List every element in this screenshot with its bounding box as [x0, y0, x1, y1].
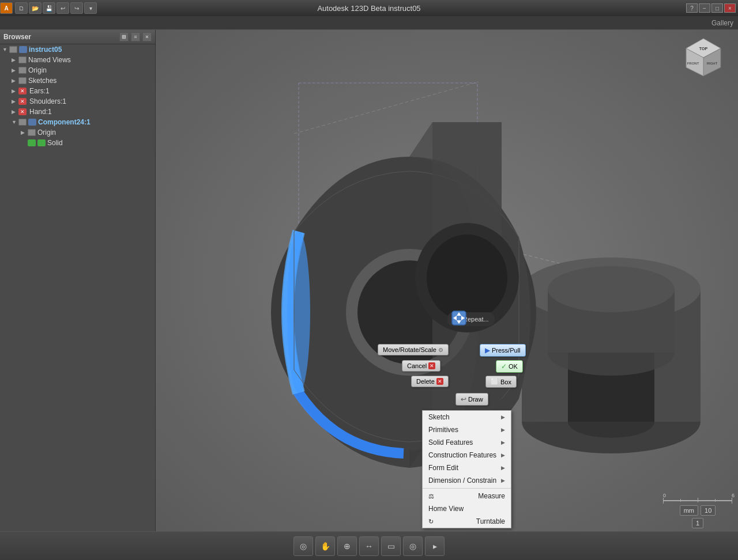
- undo-btn[interactable]: ↩: [57, 2, 69, 14]
- move-handle[interactable]: [451, 310, 465, 324]
- box-label: Box: [500, 379, 511, 385]
- tree-label-named-views: Named Views: [28, 56, 71, 64]
- tree-item-origin1[interactable]: ▶ Origin: [0, 65, 155, 75]
- maximize-btn[interactable]: □: [711, 3, 723, 13]
- save-btn[interactable]: 💾: [43, 2, 55, 14]
- arrow-sketches: ▶: [12, 78, 18, 84]
- tree-item-component24[interactable]: ▼ Component24:1: [0, 117, 155, 127]
- ctx-sketch-label: Sketch: [428, 413, 450, 421]
- delete-label: Delete: [416, 378, 435, 385]
- tree-label-solid: Solid: [47, 139, 63, 147]
- tree-item-shoulders[interactable]: ▶ ✕ Shoulders:1: [0, 96, 155, 107]
- error-icon-shoulders: ✕: [18, 98, 27, 105]
- tree-label-origin2: Origin: [37, 128, 56, 137]
- cube-gizmo[interactable]: TOP RIGHT FRONT: [680, 36, 726, 82]
- green-icon-solid2: [37, 139, 46, 146]
- app-menu-btn[interactable]: A: [0, 2, 13, 14]
- cancel-btn[interactable]: Cancel ✕: [402, 360, 440, 372]
- tree-item-hand[interactable]: ▶ ✕ Hand:1: [0, 107, 155, 117]
- scale-box[interactable]: 10: [701, 505, 716, 516]
- unit-box[interactable]: mm: [680, 505, 698, 516]
- tree-label-shoulders: Shoulders:1: [29, 97, 66, 105]
- help-icon[interactable]: ?: [686, 3, 698, 13]
- open-btn[interactable]: 📂: [29, 2, 42, 14]
- browser-header: Browser ⊞ ≡ ×: [0, 30, 155, 44]
- tree-item-ears[interactable]: ▶ ✕ Ears:1: [0, 86, 155, 96]
- arrow-component24: ▼: [12, 119, 18, 125]
- ctx-dimension-label: Dimension / Constrain: [428, 476, 496, 485]
- ctx-construction-features[interactable]: Construction Features: [423, 449, 511, 461]
- tree-item-solid[interactable]: Solid: [0, 138, 155, 148]
- move-rotate-scale-btn[interactable]: Move/Rotate/Scale ⚙: [378, 344, 449, 355]
- svg-point-26: [287, 232, 310, 393]
- bb-play-btn[interactable]: ▸: [425, 536, 445, 556]
- ctx-form-edit-label: Form Edit: [428, 464, 458, 472]
- tree-item-origin2[interactable]: ▶ Origin: [0, 127, 155, 138]
- ctx-solid-features[interactable]: Solid Features: [423, 436, 511, 449]
- arrow-instruct05: ▼: [2, 47, 9, 52]
- ctx-turntable-label: Turntable: [476, 517, 505, 525]
- context-menu: Sketch Primitives Solid Features Constru…: [422, 410, 511, 528]
- new-btn[interactable]: 🗋: [15, 2, 28, 14]
- tree-item-sketches[interactable]: ▶ Sketches: [0, 75, 155, 86]
- ok-btn[interactable]: ✓ OK: [496, 360, 523, 373]
- arrow-origin2: ▶: [21, 130, 28, 135]
- titlebar: A 🗋 📂 💾 ↩ ↪ ▾ Autodesk 123D Beta instruc…: [0, 0, 738, 16]
- close-btn[interactable]: ×: [724, 3, 736, 13]
- bb-view-btn[interactable]: ◎: [403, 536, 423, 556]
- bb-zoom-btn[interactable]: ⊕: [337, 536, 357, 556]
- error-icon-ears: ✕: [18, 88, 27, 94]
- bottom-toolbar: ◎ ✋ ⊕ ↔ ▭ ◎ ▸: [0, 531, 738, 560]
- ctx-home-view[interactable]: Home View: [423, 502, 511, 515]
- draw-btn[interactable]: ↩ Draw: [455, 393, 488, 406]
- ctx-sep-1: [423, 488, 511, 489]
- svg-text:FRONT: FRONT: [687, 62, 699, 65]
- folder-icon-component24: [18, 119, 27, 126]
- folder-icon-origin2: [28, 129, 36, 136]
- ctx-primitives[interactable]: Primitives: [423, 423, 511, 436]
- ctx-primitives-label: Primitives: [428, 426, 458, 434]
- folder-icon-origin1: [18, 67, 27, 74]
- viewport[interactable]: TOP RIGHT FRONT ⚙ Repeat... Move/Rotate/…: [156, 30, 738, 531]
- browser-icon-2[interactable]: ≡: [131, 32, 140, 41]
- scale-value: 1: [692, 518, 703, 528]
- draw-label: Draw: [468, 396, 483, 403]
- redo-btn[interactable]: ↪: [70, 2, 83, 14]
- press-pull-btn[interactable]: ▶ Press/Pull: [480, 344, 526, 357]
- browser-icon-1[interactable]: ⊞: [119, 32, 129, 41]
- arrow-ears: ▶: [12, 88, 18, 94]
- bb-target-btn[interactable]: ◎: [293, 536, 313, 556]
- ctx-sketch[interactable]: Sketch: [423, 411, 511, 423]
- delete-icon: ✕: [436, 378, 443, 385]
- bb-rect-btn[interactable]: ▭: [381, 536, 401, 556]
- tree-label-hand: Hand:1: [29, 108, 52, 116]
- component-icon-instruct05: [19, 46, 27, 53]
- browser-panel: Browser ⊞ ≡ × ▼ instruct05 ▶ Named Views…: [0, 30, 156, 531]
- ctx-form-edit[interactable]: Form Edit: [423, 461, 511, 474]
- measure-icon: ⚖: [428, 493, 434, 500]
- green-icon-solid: [28, 139, 36, 146]
- ctx-measure[interactable]: ⚖ Measure: [423, 490, 511, 502]
- bb-hand-btn[interactable]: ✋: [315, 536, 335, 556]
- gallery-link[interactable]: Gallery: [711, 19, 733, 27]
- tree-label-origin1: Origin: [28, 66, 47, 74]
- tree-root: ▼ instruct05 ▶ Named Views ▶ Origin ▶ Sk…: [0, 44, 155, 148]
- ctx-turntable[interactable]: ↻ Turntable: [423, 515, 511, 528]
- arrow-origin1: ▶: [12, 67, 18, 73]
- browser-close[interactable]: ×: [142, 32, 152, 41]
- minimize-btn[interactable]: −: [699, 3, 710, 13]
- tree-item-named-views[interactable]: ▶ Named Views: [0, 55, 155, 65]
- tree-label-component24: Component24:1: [38, 118, 91, 126]
- more-btn[interactable]: ▾: [84, 2, 97, 14]
- delete-btn[interactable]: Delete ✕: [411, 376, 449, 387]
- gallerybar: Gallery: [0, 16, 738, 30]
- ctx-home-label: Home View: [428, 505, 464, 513]
- svg-text:RIGHT: RIGHT: [707, 62, 718, 65]
- folder-icon-named-views: [18, 56, 27, 63]
- bb-pan-btn[interactable]: ↔: [359, 536, 379, 556]
- box-btn[interactable]: ⬜ Box: [485, 376, 517, 388]
- ctx-dimension-constrain[interactable]: Dimension / Constrain: [423, 474, 511, 487]
- ok-label: OK: [509, 363, 518, 370]
- component-icon-component24: [28, 119, 36, 126]
- tree-item-instruct05[interactable]: ▼ instruct05: [0, 44, 155, 55]
